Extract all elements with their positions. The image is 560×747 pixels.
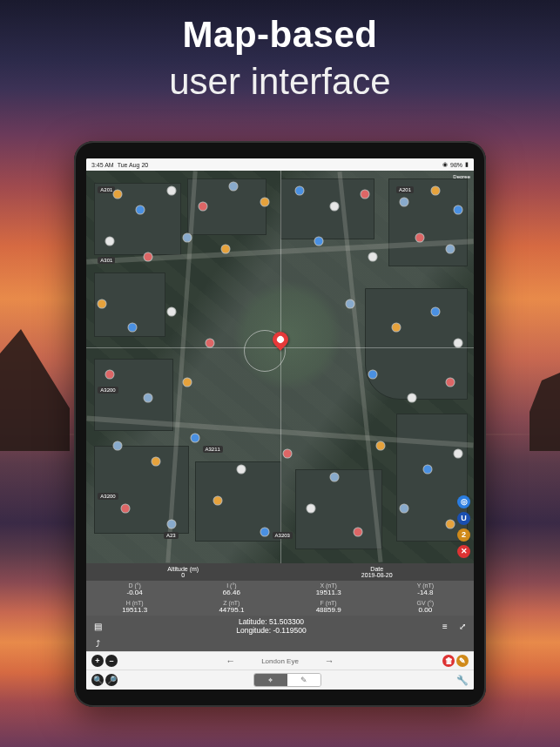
poi-marker[interactable] [408, 394, 415, 402]
data-cell: X (nT)19511.3 [280, 581, 377, 598]
poi-marker[interactable] [206, 340, 214, 347]
poi-marker[interactable] [121, 504, 129, 512]
poi-marker[interactable] [214, 496, 222, 504]
crosshair-v [280, 171, 281, 563]
poi-marker[interactable] [423, 465, 431, 473]
poi-marker[interactable] [447, 520, 455, 528]
poi-marker[interactable] [199, 202, 206, 210]
poi-marker[interactable] [183, 379, 191, 387]
zoom-in-button[interactable]: 🔍 [91, 674, 104, 686]
poi-marker[interactable] [431, 308, 439, 316]
data-cell: GV (°)0.00 [377, 598, 474, 616]
poi-marker[interactable] [361, 191, 369, 199]
poi-marker[interactable] [447, 379, 455, 387]
screen: 3:45 AM Tue Aug 20 ◉ 98% ▮ Degree [86, 158, 474, 690]
share-icon[interactable]: ⤴ [91, 637, 104, 649]
poi-marker[interactable] [346, 300, 354, 308]
poi-marker[interactable] [230, 183, 238, 191]
add-button[interactable]: + [91, 655, 104, 667]
next-button[interactable]: → [325, 656, 334, 666]
poi-marker[interactable] [129, 324, 137, 332]
poi-marker[interactable] [113, 191, 121, 199]
poi-marker[interactable] [400, 199, 408, 206]
poi-marker[interactable] [183, 233, 191, 241]
coordinate-readout: Latitude: 51.503300 Longitude: -0.119500 [109, 617, 434, 636]
list-icon[interactable]: ≡ [439, 620, 451, 632]
altitude-header: Altitude (m) 0 [86, 563, 280, 581]
building-block [195, 461, 282, 542]
poi-marker[interactable] [222, 246, 230, 253]
data-cell: H (nT)19511.3 [86, 598, 183, 616]
prev-button[interactable]: ← [226, 656, 235, 666]
poi-marker[interactable] [284, 449, 292, 457]
poi-marker[interactable] [105, 238, 113, 246]
road-badge: A3200 [98, 387, 118, 394]
data-cell: I (°)66.46 [183, 581, 280, 598]
poi-marker[interactable] [145, 394, 152, 402]
remove-button[interactable]: – [105, 655, 118, 667]
nav-bar: + – ← London Eye → 🗑 ✎ [86, 651, 474, 670]
poi-marker[interactable] [167, 520, 175, 528]
mode-pin[interactable]: ⌖ [254, 674, 287, 686]
road-badge: A301 [98, 257, 115, 264]
data-cell: Y (nT)-14.8 [377, 581, 474, 598]
building-block [280, 178, 375, 239]
poi-marker[interactable] [98, 300, 105, 308]
poi-marker[interactable] [260, 199, 268, 206]
road-badge: A201 [396, 186, 414, 193]
poi-marker[interactable] [137, 206, 145, 214]
poi-marker[interactable] [330, 473, 338, 481]
zoom-out-button[interactable]: 🔎 [105, 674, 118, 686]
poi-marker[interactable] [167, 308, 175, 316]
poi-marker[interactable] [455, 340, 462, 347]
settings-icon[interactable]: 🔧 [456, 674, 469, 686]
road-badge: A3200 [98, 493, 118, 500]
status-date: Tue Aug 20 [118, 162, 149, 168]
poi-marker[interactable] [393, 324, 401, 332]
poi-marker[interactable] [415, 233, 423, 241]
layers-button[interactable]: U [457, 512, 470, 525]
poi-marker[interactable] [400, 504, 408, 512]
poi-marker[interactable] [330, 202, 338, 210]
status-time: 3:45 AM [91, 162, 114, 168]
status-battery: 98% [450, 162, 462, 168]
poi-marker[interactable] [431, 186, 439, 194]
poi-marker[interactable] [191, 434, 199, 441]
poi-marker[interactable] [455, 449, 462, 457]
poi-marker[interactable] [447, 246, 455, 253]
data-cell: F (nT)48859.9 [280, 598, 377, 616]
poi-marker[interactable] [315, 238, 323, 246]
poi-marker[interactable] [152, 457, 160, 465]
road-badge: A23 [164, 532, 179, 539]
poi-marker[interactable] [295, 186, 303, 194]
poi-marker[interactable] [369, 253, 377, 261]
poi-marker[interactable] [145, 253, 152, 261]
locate-button[interactable]: ◎ [457, 495, 470, 508]
poi-marker[interactable] [369, 371, 377, 379]
data-panel: Altitude (m) 0 Date 2019-08-20 D (°)-0.0… [86, 563, 474, 616]
poi-marker[interactable] [377, 441, 385, 449]
poi-marker[interactable] [260, 528, 268, 535]
road-badge: A3203 [273, 532, 293, 539]
poi-marker[interactable] [113, 441, 121, 449]
poi-marker[interactable] [307, 504, 315, 512]
coordinate-bar: ▤ Latitude: 51.503300 Longitude: -0.1195… [86, 616, 474, 637]
poi-marker[interactable] [167, 186, 175, 194]
map-view[interactable]: Degree A201 [86, 171, 474, 563]
poi-marker[interactable] [354, 528, 361, 535]
expand-icon[interactable]: ⤢ [456, 620, 469, 632]
wifi-icon: ◉ [442, 161, 448, 168]
battery-icon: ▮ [465, 161, 469, 168]
promo-subtitle: user interface [0, 61, 560, 103]
record-button[interactable]: 2 [457, 528, 470, 542]
poi-marker[interactable] [238, 465, 246, 473]
road-badge: A3211 [203, 446, 223, 453]
close-map-button[interactable]: ✕ [457, 545, 470, 558]
delete-button[interactable]: 🗑 [442, 655, 455, 667]
mode-draw[interactable]: ✎ [287, 674, 320, 686]
poi-marker[interactable] [455, 206, 462, 214]
document-icon[interactable]: ▤ [91, 620, 104, 632]
edit-button[interactable]: ✎ [456, 655, 469, 667]
mode-segmented-control[interactable]: ⌖ ✎ [253, 673, 321, 687]
poi-marker[interactable] [105, 371, 113, 379]
